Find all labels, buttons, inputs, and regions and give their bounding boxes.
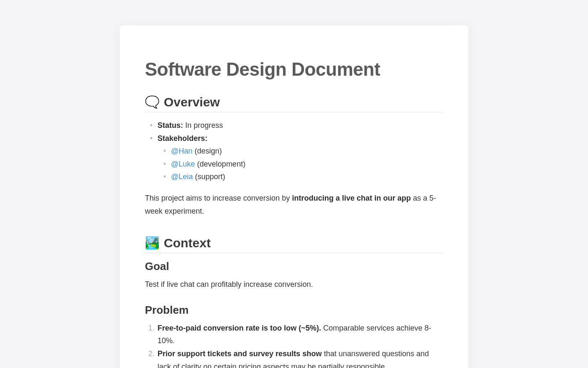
list-item: @Leia (support): [163, 170, 443, 183]
stakeholder-role: (support): [195, 172, 225, 181]
list-item: Prior support tickets and survey results…: [148, 347, 443, 368]
mention-link[interactable]: @Luke: [171, 160, 195, 168]
status-item: Status: In progress: [150, 119, 443, 132]
mention-link[interactable]: @Han: [171, 147, 192, 155]
mention-link[interactable]: @Leia: [171, 172, 193, 181]
overview-bullet-list: Status: In progress Stakeholders: @Han (…: [145, 119, 443, 183]
landscape-icon: 🏞️: [145, 237, 160, 249]
section-heading-context: 🏞️ Context: [145, 236, 443, 253]
overview-summary: This project aims to increase conversion…: [145, 192, 443, 217]
stakeholder-role: (design): [194, 147, 222, 155]
list-item: @Luke (development): [163, 158, 443, 171]
goal-text: Test if live chat can profitably increas…: [145, 278, 443, 291]
stakeholders-label: Stakeholders:: [158, 134, 207, 143]
status-label: Status:: [158, 121, 183, 130]
problem-list: Free-to-paid conversion rate is too low …: [145, 322, 443, 368]
list-item: Free-to-paid conversion rate is too low …: [148, 322, 443, 347]
subheading-problem: Problem: [145, 304, 443, 317]
section-heading-context-label: Context: [164, 236, 211, 250]
status-value: In progress: [185, 121, 223, 130]
summary-bold: introducing a live chat in our app: [292, 194, 411, 202]
section-heading-overview: 🗨️ Overview: [145, 95, 443, 112]
section-heading-overview-label: Overview: [164, 95, 220, 109]
page-title: Software Design Document: [145, 59, 443, 80]
stakeholders-list: @Han (design) @Luke (development) @Leia …: [158, 145, 443, 183]
summary-pre: This project aims to increase conversion…: [145, 194, 292, 202]
problem-bold: Free-to-paid conversion rate is too low …: [158, 324, 321, 332]
stakeholder-role: (development): [197, 160, 245, 168]
problem-bold: Prior support tickets and survey results…: [158, 349, 322, 358]
document-card: Software Design Document 🗨️ Overview Sta…: [120, 25, 468, 368]
subheading-goal: Goal: [145, 260, 443, 273]
stakeholders-item: Stakeholders: @Han (design) @Luke (devel…: [150, 132, 443, 183]
list-item: @Han (design): [163, 145, 443, 158]
speech-bubble-icon: 🗨️: [145, 96, 160, 108]
